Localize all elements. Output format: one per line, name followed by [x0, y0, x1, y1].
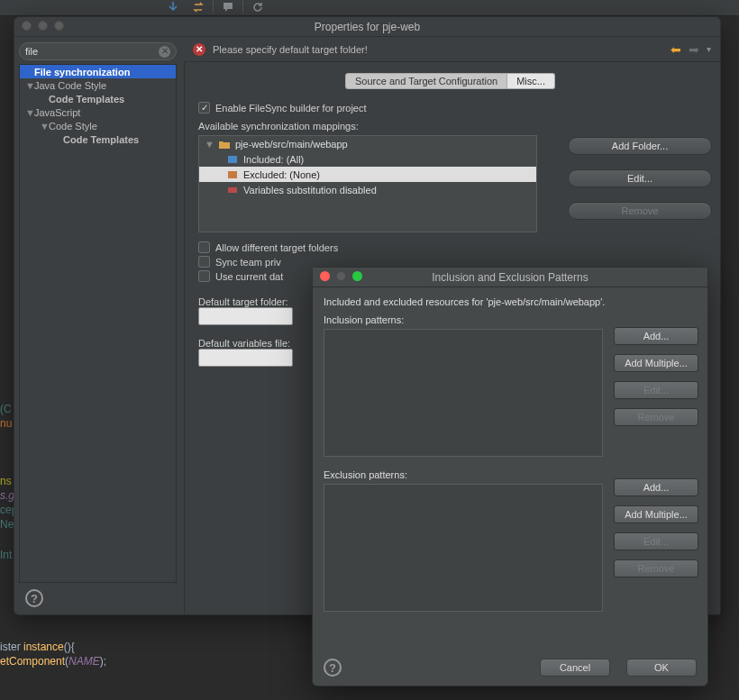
inclusion-label: Inclusion patterns:	[324, 314, 697, 325]
tree-item[interactable]: Code Templates	[20, 92, 176, 105]
svg-rect-0	[228, 156, 237, 163]
exclusion-add-multiple-button[interactable]: Add Multiple...	[614, 505, 698, 523]
code-token: (C	[0, 403, 12, 415]
tab-bar: Source and Target Configuration Misc...	[198, 73, 702, 89]
sync-down-icon[interactable]	[162, 0, 184, 14]
dialog-titlebar[interactable]: Properties for pje-web	[14, 17, 720, 37]
twisty-icon: ▼	[25, 107, 32, 118]
help-icon[interactable]: ?	[324, 659, 342, 677]
include-icon	[226, 154, 239, 165]
separator	[242, 1, 243, 14]
default-vars-input[interactable]	[198, 349, 293, 367]
allow-diff-targets-label: Allow different target folders	[215, 242, 338, 253]
twisty-icon: ▼	[40, 121, 47, 132]
svg-rect-1	[228, 171, 237, 178]
window-minimize-icon[interactable]	[38, 21, 48, 31]
tree-item[interactable]: ▼Code Style	[20, 119, 176, 132]
add-folder-button[interactable]: Add Folder...	[568, 137, 712, 155]
back-icon[interactable]: ⬅	[671, 42, 681, 57]
tree-item-label: Code Style	[49, 121, 97, 132]
edit-mapping-button[interactable]: Edit...	[568, 169, 712, 187]
mapping-row-label: Excluded: (None)	[243, 169, 320, 180]
inclusion-add-button[interactable]: Add...	[614, 327, 698, 345]
use-current-date-label: Use current dat	[215, 271, 283, 282]
speech-icon[interactable]	[217, 0, 239, 14]
window-close-icon[interactable]	[320, 271, 330, 281]
inclusion-add-multiple-button[interactable]: Add Multiple...	[614, 354, 698, 372]
mapping-row[interactable]: Excluded: (None)	[199, 167, 536, 182]
mappings-list[interactable]: ▼pje-web/src/main/webappIncluded: (All)E…	[198, 135, 537, 232]
inclusion-exclusion-dialog: Inclusion and Exclusion Patterns Include…	[312, 267, 708, 686]
exclude-icon	[226, 169, 239, 180]
exclusion-edit-button[interactable]: Edit...	[614, 532, 698, 550]
tree-item-label: Java Code Style	[34, 80, 106, 91]
error-banner: ✕ Please specify default target folder! …	[184, 37, 720, 62]
inclusion-list[interactable]	[324, 329, 603, 457]
mapping-row-label: pje-web/src/main/webapp	[235, 139, 348, 150]
refresh-icon[interactable]	[247, 0, 269, 14]
cancel-button[interactable]: Cancel	[540, 659, 610, 677]
tree-item[interactable]: ▼JavaScript	[20, 105, 176, 119]
window-zoom-icon[interactable]	[54, 21, 64, 31]
enable-filesync-label: Enable FileSync builder for project	[215, 103, 367, 114]
remove-mapping-button[interactable]: Remove	[568, 202, 712, 220]
mappings-label: Available synchronization mappings:	[198, 121, 702, 132]
tab-misc[interactable]: Misc...	[507, 73, 555, 89]
mapping-row-label: Variables substitution disabled	[243, 185, 377, 195]
forward-icon[interactable]: ➡	[689, 42, 699, 57]
tree-filter-input[interactable]	[25, 46, 159, 57]
exclusion-add-button[interactable]: Add...	[614, 478, 698, 496]
help-icon[interactable]: ?	[25, 589, 43, 607]
folder-open-icon	[218, 139, 231, 150]
tree-item-label: Code Templates	[49, 94, 124, 105]
sync-team-checkbox[interactable]	[198, 256, 210, 268]
inner-dialog-titlebar[interactable]: Inclusion and Exclusion Patterns	[313, 268, 707, 287]
exclusion-remove-button[interactable]: Remove	[614, 559, 698, 577]
ide-toolbar	[0, 0, 739, 16]
code-line: ister instance(){ etComponent(NAME);	[0, 640, 106, 668]
sync-team-label: Sync team priv	[215, 257, 281, 268]
tree-item-label: Code Templates	[63, 134, 139, 145]
mapping-row[interactable]: Variables substitution disabled	[199, 182, 536, 197]
separator	[213, 1, 214, 14]
code-token: ns	[0, 475, 12, 487]
exclusion-list[interactable]	[324, 484, 603, 612]
sync-swap-icon[interactable]	[187, 0, 209, 14]
tree-item[interactable]: Code Templates	[20, 132, 176, 146]
code-token: Int	[0, 549, 12, 561]
inclusion-remove-button[interactable]: Remove	[614, 408, 698, 426]
code-token: nu	[0, 417, 12, 430]
mapping-row[interactable]: Included: (All)	[199, 151, 536, 167]
tree-item-label: File synchronization	[34, 67, 130, 77]
inclusion-edit-button[interactable]: Edit...	[614, 381, 698, 399]
window-minimize-icon[interactable]	[336, 271, 346, 281]
default-vars-label: Default variables file:	[198, 338, 305, 349]
dialog-title: Properties for pje-web	[315, 21, 420, 33]
default-target-label: Default target folder:	[198, 296, 305, 307]
svg-rect-2	[228, 187, 237, 193]
tree-filter[interactable]: ✕	[19, 42, 177, 60]
window-close-icon[interactable]	[22, 21, 32, 31]
tree-item[interactable]: File synchronization	[20, 65, 176, 78]
banner-text: Please specify default target folder!	[213, 44, 368, 55]
mapping-row-label: Included: (All)	[243, 154, 304, 165]
inner-dialog-title: Inclusion and Exclusion Patterns	[432, 271, 588, 284]
default-target-input[interactable]	[198, 307, 293, 325]
tree-item[interactable]: ▼Java Code Style	[20, 78, 176, 92]
twisty-icon: ▼	[25, 80, 32, 91]
nav-menu-icon[interactable]: ▾	[707, 44, 711, 54]
twisty-icon: ▼	[205, 139, 212, 150]
nav-tree[interactable]: File synchronization▼Java Code StyleCode…	[19, 64, 177, 583]
tree-item-label: JavaScript	[34, 107, 80, 118]
clear-filter-icon[interactable]: ✕	[159, 46, 170, 58]
enable-filesync-checkbox[interactable]	[198, 102, 210, 114]
window-zoom-icon[interactable]	[352, 271, 362, 281]
ok-button[interactable]: OK	[626, 659, 697, 677]
inner-dialog-subtitle: Included and excluded resources for 'pje…	[324, 296, 697, 307]
tab-source-target[interactable]: Source and Target Configuration	[345, 73, 507, 89]
mapping-row[interactable]: ▼pje-web/src/main/webapp	[199, 136, 536, 151]
vars-off-icon	[226, 185, 239, 195]
allow-diff-targets-checkbox[interactable]	[198, 241, 210, 253]
use-current-date-checkbox[interactable]	[198, 270, 210, 282]
error-icon: ✕	[193, 43, 205, 56]
